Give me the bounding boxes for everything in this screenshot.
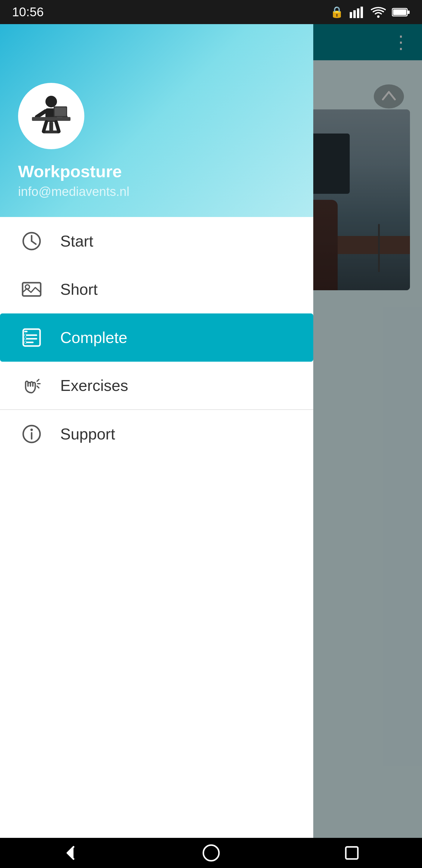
person-desk-icon (27, 92, 75, 140)
svg-rect-1 (353, 10, 356, 18)
nav-item-short[interactable]: Short (0, 265, 313, 313)
parental-icon: 🔒 (330, 6, 344, 19)
svg-rect-35 (346, 847, 358, 859)
info-icon (18, 421, 45, 447)
svg-line-17 (43, 122, 46, 131)
svg-rect-2 (357, 8, 359, 18)
nav-item-exercises[interactable]: Exercises (0, 362, 313, 410)
drawer-header: Workposture info@mediavents.nl (0, 24, 313, 217)
clock-icon (18, 227, 45, 255)
svg-rect-14 (55, 107, 66, 116)
recents-button[interactable] (322, 841, 382, 865)
nav-item-start[interactable]: Start (0, 217, 313, 265)
bottom-nav (0, 838, 422, 868)
status-icons: 🔒 (330, 6, 410, 19)
image-icon (18, 276, 45, 303)
svg-rect-6 (407, 10, 410, 14)
status-bar: 10:56 🔒 (0, 0, 422, 24)
back-button[interactable] (40, 841, 101, 865)
svg-point-4 (377, 16, 380, 18)
app-name: Workposture (18, 161, 295, 181)
svg-line-21 (32, 241, 36, 244)
nav-item-exercises-label: Exercises (60, 376, 128, 395)
battery-icon (392, 7, 410, 18)
checklist-icon (18, 324, 45, 351)
nav-items-list: Start Short (0, 217, 313, 838)
svg-point-34 (203, 845, 219, 861)
hand-icon (18, 372, 45, 399)
svg-rect-3 (361, 7, 363, 18)
svg-rect-0 (350, 12, 352, 18)
app-email: info@mediavents.nl (18, 184, 295, 199)
svg-rect-12 (32, 117, 70, 121)
svg-line-10 (37, 111, 45, 117)
nav-item-complete[interactable]: Complete (0, 313, 313, 362)
nav-drawer: Workposture info@mediavents.nl Start (0, 24, 313, 838)
app-avatar (18, 83, 84, 149)
wifi-icon (371, 6, 386, 18)
nav-item-complete-label: Complete (60, 329, 127, 347)
status-time: 10:56 (12, 5, 44, 19)
svg-line-18 (56, 122, 59, 131)
nav-item-support[interactable]: Support (0, 410, 313, 458)
nav-item-support-label: Support (60, 425, 115, 443)
signal-icon (350, 6, 365, 18)
nav-item-start-label: Start (60, 232, 93, 250)
nav-item-short-label: Short (60, 280, 98, 299)
home-button[interactable] (181, 841, 241, 865)
svg-point-33 (30, 429, 33, 431)
svg-point-23 (25, 285, 30, 289)
svg-point-8 (45, 96, 57, 107)
svg-rect-7 (393, 9, 406, 15)
